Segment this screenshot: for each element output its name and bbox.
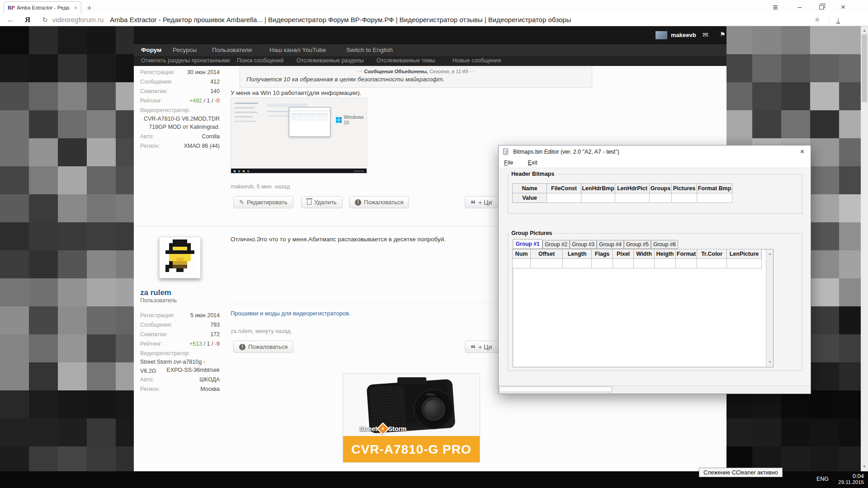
hb-col-groups: Groups	[649, 183, 672, 193]
gp-col-trcolor: Tr.Color	[697, 249, 727, 259]
gp-cell[interactable]	[591, 258, 613, 268]
browser-toolbar: ← Я ↻ videoregforum.ru Amba Extractor - …	[0, 14, 868, 26]
list-scroll-down[interactable]: ▼	[766, 359, 774, 366]
hb-value-cell[interactable]	[649, 193, 672, 203]
subnav-watched-forums[interactable]: Отслеживаемые разделы	[297, 57, 364, 64]
menu-exit[interactable]: Exit	[528, 160, 538, 166]
tab-title: Amba Extractor - Реда	[17, 5, 71, 10]
page-title-in-omnibox[interactable]: Amba Extractor - Редактор прошивок Ambar…	[110, 16, 571, 23]
product-banner[interactable]: PRO Street Storm CVR-A7810-G PRO	[343, 373, 480, 463]
subnav-search-posts[interactable]: Поиск сообщений	[237, 57, 284, 64]
tab-group-5[interactable]: Group #5	[624, 240, 651, 249]
post1-image-thumbnail[interactable]: Windows 10	[231, 98, 367, 174]
reg-label: Регистрация:	[140, 68, 175, 77]
nav-switch-english[interactable]: Switch to English	[346, 47, 393, 53]
car-value: ШКОДА	[199, 375, 220, 384]
scroll-down-arrow[interactable]: ▼	[861, 463, 868, 470]
exclamation-icon: !	[239, 344, 245, 350]
tab-group-4[interactable]: Group #4	[597, 240, 624, 249]
alerts-flag-icon[interactable]: ⚑	[720, 31, 726, 38]
hb-col-lenhdrbmp: LenHdrBmp	[581, 183, 615, 193]
nav-youtube[interactable]: Наш канал YouTube	[269, 47, 326, 53]
subnav-watched-threads[interactable]: Отслеживаемые темы	[377, 57, 435, 64]
messages-label: Сообщения:	[140, 77, 172, 86]
list-vertical-scrollbar[interactable]: ▲ ▼	[766, 249, 773, 367]
group-pictures-label: Group Pictures	[509, 230, 554, 236]
tab-group-3[interactable]: Group #3	[570, 240, 597, 249]
gp-cell[interactable]	[654, 258, 676, 268]
url-host[interactable]: videoregforum.ru	[52, 16, 104, 23]
post2-author-card: Регистрация:5 июн 2014 Сообщения:793 Сим…	[134, 311, 226, 392]
clock[interactable]: 0:04 29.11.2015	[834, 473, 864, 485]
likes-value: 140	[210, 87, 220, 96]
edit-button[interactable]: ✎Редактировать	[233, 196, 293, 208]
omnibox-divider: 〉	[827, 15, 834, 24]
post2-author-name[interactable]: za rulem	[140, 288, 171, 297]
browser-menu-icon[interactable]: ≡	[768, 3, 783, 12]
subnav-new-posts[interactable]: Новые сообщения	[453, 57, 501, 64]
gp-col-offset: Offset	[530, 249, 563, 259]
download-icon[interactable]: ↓	[836, 16, 840, 23]
trash-icon	[307, 200, 311, 205]
report-button-post2[interactable]: ! Пожаловаться	[233, 341, 293, 353]
scroll-thumb[interactable]	[862, 34, 867, 102]
list-scroll-up[interactable]: ▲	[766, 250, 774, 258]
gp-cell[interactable]	[633, 258, 655, 268]
gp-cell[interactable]	[512, 258, 531, 268]
window-restore-button[interactable]	[814, 3, 829, 12]
gp-cell[interactable]	[675, 258, 697, 268]
post1-meta[interactable]: makeevb, 5 мин. назад	[231, 183, 290, 190]
yandex-logo[interactable]: Я	[25, 15, 30, 24]
nav-users[interactable]: Пользователи	[212, 47, 252, 53]
hb-value-cell[interactable]	[697, 193, 732, 203]
editor-close-icon[interactable]: ×	[800, 148, 804, 156]
gp-cell[interactable]	[562, 258, 592, 268]
hb-col-formatbmp: Format Bmp	[697, 183, 732, 193]
bookmark-star-icon[interactable]: ★	[814, 15, 821, 24]
tab-group-6[interactable]: Group #6	[651, 240, 678, 249]
reload-icon[interactable]: ↻	[42, 16, 48, 24]
user-avatar-small[interactable]	[656, 31, 667, 39]
back-button[interactable]: ←	[6, 15, 15, 25]
clock-time: 0:04	[834, 473, 864, 479]
scroll-up-arrow[interactable]: ▲	[861, 27, 868, 34]
inbox-envelope-icon[interactable]: ✉	[703, 31, 708, 39]
hb-value-cell[interactable]	[547, 193, 581, 203]
hb-value-cell[interactable]	[615, 193, 650, 203]
tab-group-2[interactable]: Group #2	[542, 240, 570, 249]
gp-col-length: Length	[562, 249, 592, 259]
nav-forum[interactable]: Форум	[141, 47, 161, 53]
menu-file[interactable]: File	[504, 160, 513, 166]
window-close-button[interactable]: ×	[835, 3, 851, 12]
report-button-post1[interactable]: ! Пожаловаться	[349, 196, 409, 208]
signature-link[interactable]: Прошивки и моды для видеорегистраторов.	[231, 309, 350, 317]
tab-close-icon[interactable]: ×	[74, 5, 77, 11]
subnav-mark-read[interactable]: Отметить разделы прочитанными	[141, 57, 230, 64]
nav-resources[interactable]: Ресурсы	[173, 47, 197, 53]
editor-hscroll-thumb[interactable]	[499, 386, 612, 392]
editor-horizontal-scrollbar[interactable]	[499, 385, 811, 393]
hb-value-cell[interactable]	[581, 193, 615, 203]
page-scrollbar[interactable]: ▲ ▼	[861, 26, 868, 471]
gp-cell[interactable]	[726, 258, 762, 268]
hb-row-value-label: Value	[512, 193, 547, 203]
hb-value-cell[interactable]	[671, 193, 697, 203]
post2-meta[interactable]: za rulem, минуту назад	[231, 328, 291, 334]
tab-group-1[interactable]: Group #1	[513, 239, 542, 249]
dvr-label: Видеорегистратор:	[140, 349, 190, 358]
new-tab-button[interactable]: +	[87, 3, 92, 13]
logged-in-username[interactable]: makeevb	[671, 32, 696, 38]
header-bitmaps-table: Name FileConst LenHdrBmp LenHdrPict Grou…	[513, 183, 732, 203]
forum-header: makeevb ✉ ⚑	[134, 26, 726, 44]
post2-avatar-frame[interactable]	[159, 237, 203, 282]
browser-tab[interactable]: ВР Amba Extractor - Реда ×	[4, 1, 81, 14]
quoted-text: Получается 10 ка обрезанная в целях безо…	[246, 76, 585, 83]
gp-cell[interactable]	[613, 258, 634, 268]
keyboard-language[interactable]: ENG	[816, 476, 829, 482]
editor-title-bar[interactable]: Bitmaps.bin Editor (ver. 2.0 "A2, A7 - t…	[499, 145, 811, 158]
window-minimize-button[interactable]: –	[792, 3, 807, 12]
gp-cell[interactable]	[697, 258, 727, 268]
dvr-line1: CVR-A7810-G V6.2MOD,TDR	[144, 114, 220, 123]
gp-cell[interactable]	[530, 258, 563, 268]
delete-button[interactable]: Удалить	[301, 196, 343, 208]
